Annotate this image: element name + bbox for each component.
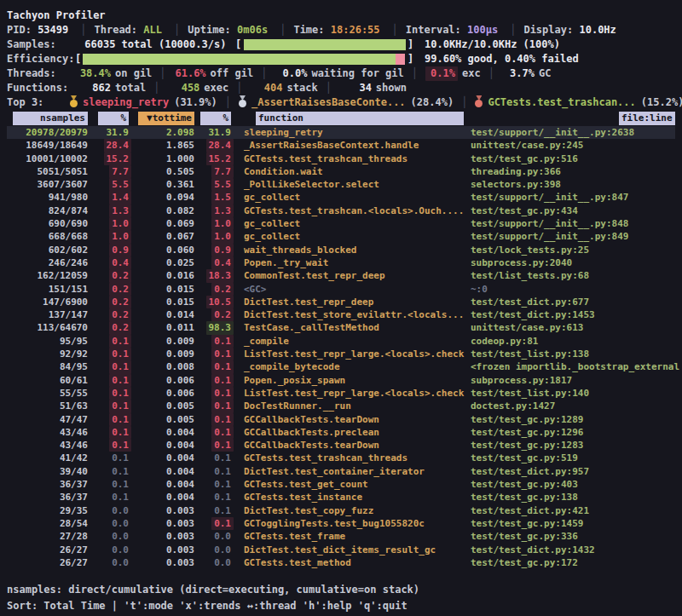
table-row[interactable]: 28/54 0.0 0.003 0.1 GCTogglingTests.test… xyxy=(7,517,675,530)
table-row[interactable]: 84/95 0.1 0.008 0.1 _compile_bytecode <f… xyxy=(7,360,675,373)
column-header-nsamples[interactable]: nsamples xyxy=(7,112,88,125)
table-row[interactable]: 113/64670 0.2 0.011 98.3 TestCase._callT… xyxy=(7,321,675,334)
cell-cumulative-percent: 0.1 xyxy=(194,465,231,478)
separator: │ xyxy=(412,67,418,79)
metric-text: GC xyxy=(539,67,551,79)
cell-nsamples: 137/147 xyxy=(7,308,88,321)
cell-file-line: test/test_gc.py:336 xyxy=(464,530,675,543)
cell-direct-percent: 0.2 xyxy=(88,308,129,321)
cell-tottime: 0.004 xyxy=(129,439,194,452)
cell-direct-percent: 0.1 xyxy=(88,465,129,478)
cell-file-line: test/list_tests.py:68 xyxy=(464,269,675,282)
cell-tottime: 0.003 xyxy=(129,556,194,569)
cell-direct-percent: 0.0 xyxy=(88,530,129,543)
cell-function: _compile xyxy=(231,335,464,348)
table-row[interactable]: 690/690 1.0 0.069 1.0 gc_collect test/su… xyxy=(7,217,675,230)
cell-function: GCTests.test_method xyxy=(231,556,464,569)
metric-value: 458 xyxy=(167,81,199,95)
cell-function: GCCallbackTests.preclean xyxy=(231,426,464,439)
cell-cumulative-percent: 0.1 xyxy=(194,348,231,360)
table-row[interactable]: 137/147 0.2 0.014 0.2 DictTest.test_stor… xyxy=(7,308,675,321)
cell-nsamples: 824/874 xyxy=(7,204,88,217)
table-row[interactable]: 36/37 0.1 0.004 0.1 GCTests.test_instanc… xyxy=(7,491,675,504)
status-item-value: 0m06s xyxy=(237,24,268,36)
cell-direct-percent: 0.1 xyxy=(88,452,129,464)
efficiency-bar-close-bracket: ] xyxy=(407,52,413,66)
table-row[interactable]: 147/6900 0.2 0.015 10.5 DictTest.test_re… xyxy=(7,296,675,308)
cell-direct-percent: 7.7 xyxy=(88,165,129,178)
top3-item: GCTests.test_trashcan...(15.2%) xyxy=(475,96,682,108)
cell-tottime: 0.003 xyxy=(129,544,194,556)
cell-direct-percent: 0.1 xyxy=(88,387,129,400)
column-header-tottime-sorted[interactable]: ▼tottime xyxy=(129,112,194,125)
column-header-file-line[interactable]: file:line xyxy=(464,112,675,125)
cell-function: DictTest.test_container_iterator xyxy=(231,465,464,478)
cell-tottime: 2.098 xyxy=(129,126,194,139)
cell-tottime: 0.015 xyxy=(129,296,194,308)
status-item: Thread: ALL│ xyxy=(95,24,188,36)
table-row[interactable]: 27/28 0.0 0.003 0.0 GCTests.test_frame t… xyxy=(7,530,675,543)
table-row[interactable]: 162/12059 0.2 0.016 18.3 CommonTest.test… xyxy=(7,269,675,282)
cell-cumulative-percent: 1.0 xyxy=(194,230,231,243)
table-row[interactable]: 5051/5051 7.7 0.505 7.7 Condition.wait t… xyxy=(7,165,675,178)
cell-direct-percent: 0.0 xyxy=(88,517,129,530)
table-row[interactable]: 43/46 0.1 0.004 0.1 GCCallbackTests.tear… xyxy=(7,439,675,452)
table-row[interactable]: 95/95 0.1 0.009 0.1 _compile codeop.py:8… xyxy=(7,335,675,348)
table-row[interactable]: 151/151 0.2 0.015 0.2 <GC> ~:0 xyxy=(7,283,675,296)
cell-file-line: test/test_dict.py:677 xyxy=(464,296,675,308)
cell-function: DictTest.test_store_evilattr.<locals... xyxy=(231,308,464,321)
cell-direct-percent: 0.1 xyxy=(88,426,129,439)
table-row[interactable]: 51/63 0.1 0.005 0.1 DocTestRunner.__run … xyxy=(7,400,675,412)
table-row[interactable]: 824/874 1.3 0.082 1.3 GCTests.test_trash… xyxy=(7,204,675,217)
silver-medal-icon xyxy=(239,95,246,107)
table-row[interactable]: 60/61 0.1 0.006 0.1 Popen._posix_spawn s… xyxy=(7,374,675,387)
status-item-label: Time: xyxy=(293,24,324,36)
cell-tottime: 0.004 xyxy=(129,491,194,504)
cell-cumulative-percent: 0.1 xyxy=(194,400,231,412)
table-row[interactable]: 26/27 0.0 0.003 0.0 DictTest.test_dict_i… xyxy=(7,544,675,556)
cell-function: gc_collect xyxy=(231,217,464,230)
table-row[interactable]: 941/980 1.4 0.094 1.5 gc_collect test/su… xyxy=(7,191,675,204)
cell-function: GCTests.test_trashcan.<locals>.Ouch.... xyxy=(231,204,464,217)
table-row[interactable]: 668/668 1.0 0.067 1.0 gc_collect test/su… xyxy=(7,230,675,243)
table-row[interactable]: 36/37 0.1 0.004 0.1 GCTests.test_get_cou… xyxy=(7,478,675,491)
cell-cumulative-percent: 18.3 xyxy=(194,269,231,282)
table-row[interactable]: 20978/20979 31.9 2.098 31.9 sleeping_ret… xyxy=(7,126,675,139)
cell-nsamples: 20978/20979 xyxy=(7,126,88,139)
samples-label: Samples: xyxy=(7,37,78,52)
cell-direct-percent: 0.1 xyxy=(88,413,129,426)
cell-nsamples: 151/151 xyxy=(7,283,88,296)
cell-nsamples: 668/668 xyxy=(7,230,88,243)
table-row[interactable]: 18649/18649 28.4 1.865 28.4 _AssertRaise… xyxy=(7,139,675,152)
table-row[interactable]: 39/40 0.1 0.004 0.1 DictTest.test_contai… xyxy=(7,465,675,478)
table-row[interactable]: 26/27 0.0 0.003 0.0 GCTests.test_method … xyxy=(7,556,675,569)
cell-cumulative-percent: 0.1 xyxy=(194,387,231,400)
table-row[interactable]: 92/92 0.1 0.009 0.1 ListTest.test_repr_l… xyxy=(7,348,675,360)
column-header-function[interactable]: function xyxy=(231,112,464,125)
status-item: PID: 53499│ xyxy=(7,24,95,36)
table-row[interactable]: 55/55 0.1 0.006 0.1 ListTest.test_repr_l… xyxy=(7,387,675,400)
top3-function-name: _AssertRaisesBaseConte... xyxy=(251,96,406,108)
table-row[interactable]: 47/47 0.1 0.005 0.1 GCCallbackTests.tear… xyxy=(7,413,675,426)
table-row[interactable]: 246/246 0.4 0.025 0.4 Popen._try_wait su… xyxy=(7,256,675,269)
cell-cumulative-percent: 0.1 xyxy=(194,360,231,373)
cell-direct-percent: 0.1 xyxy=(88,491,129,504)
table-row[interactable]: 29/35 0.0 0.003 0.1 DictTest.test_copy_f… xyxy=(7,504,675,517)
metric-value: 34 xyxy=(339,81,372,95)
cell-cumulative-percent: 0.1 xyxy=(194,491,231,504)
efficiency-line: Efficiency: [ ] 99.60% good, 0.40% faile… xyxy=(7,52,675,66)
metric-text: on gil xyxy=(115,67,152,79)
metric-item: 3.7%GC xyxy=(502,67,551,79)
cell-function: GCCallbackTests.tearDown xyxy=(231,439,464,452)
table-row[interactable]: 41/42 0.1 0.004 0.1 GCTests.test_trashca… xyxy=(7,452,675,464)
cell-cumulative-percent: 0.4 xyxy=(194,256,231,269)
cell-tottime: 0.069 xyxy=(129,217,194,230)
separator: │ xyxy=(80,24,86,36)
table-row[interactable]: 43/46 0.1 0.004 0.1 GCCallbackTests.prec… xyxy=(7,426,675,439)
column-header-direct-percent[interactable]: % xyxy=(88,112,129,125)
table-row[interactable]: 3607/3607 5.5 0.361 5.5 _PollLikeSelecto… xyxy=(7,178,675,191)
column-header-cumulative-percent[interactable]: % xyxy=(194,112,231,125)
cell-function: GCCallbackTests.tearDown xyxy=(231,413,464,426)
table-row[interactable]: 602/602 0.9 0.060 0.9 wait_threads_block… xyxy=(7,244,675,256)
table-row[interactable]: 10001/10002 15.2 1.000 15.2 GCTests.test… xyxy=(7,153,675,165)
